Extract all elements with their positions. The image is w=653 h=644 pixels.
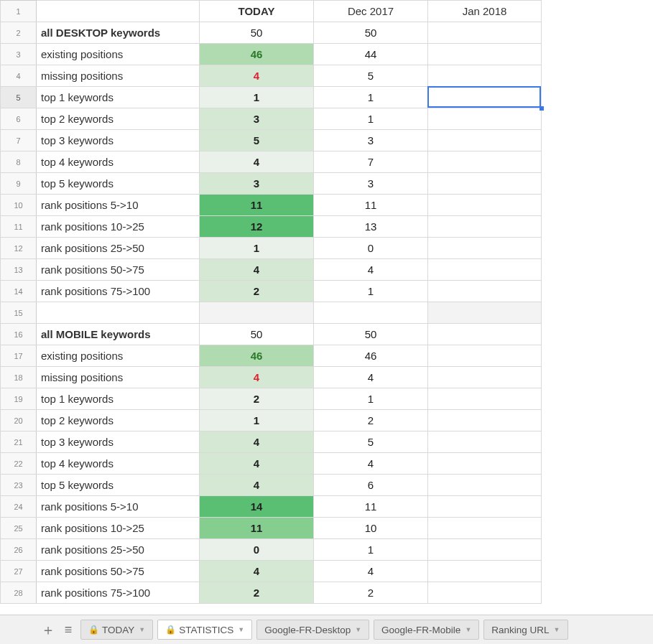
cell-today[interactable]: 1: [200, 87, 314, 108]
row-header[interactable]: 6: [1, 108, 37, 130]
row-header[interactable]: 8: [1, 151, 37, 173]
cell-today[interactable]: 4: [200, 259, 314, 281]
cell-dec2017[interactable]: 1: [314, 388, 428, 410]
cell-dec2017[interactable]: 1: [314, 108, 428, 130]
cell-jan2018[interactable]: [428, 281, 542, 302]
chevron-down-icon[interactable]: ▼: [355, 626, 361, 633]
chevron-down-icon[interactable]: ▼: [238, 626, 244, 633]
row-header[interactable]: 27: [1, 561, 37, 582]
chevron-down-icon[interactable]: ▼: [465, 626, 471, 633]
cell-jan2018[interactable]: [428, 431, 542, 453]
row-label[interactable]: top 4 keywords: [37, 151, 200, 173]
row-header[interactable]: 3: [1, 44, 37, 65]
row-header[interactable]: 18: [1, 367, 37, 388]
cell-dec2017[interactable]: 7: [314, 151, 428, 173]
cell-today[interactable]: 46: [200, 44, 314, 65]
cell-jan2018[interactable]: [428, 539, 542, 561]
row-header[interactable]: 16: [1, 324, 37, 345]
cell-jan2018[interactable]: [428, 324, 542, 345]
cell-today[interactable]: 4: [200, 453, 314, 475]
cell-dec2017[interactable]: 1: [314, 281, 428, 302]
row-header[interactable]: 9: [1, 173, 37, 195]
cell-jan2018[interactable]: [428, 87, 542, 108]
row-header[interactable]: 1: [1, 1, 37, 22]
row-header[interactable]: 10: [1, 195, 37, 216]
row-label[interactable]: rank positions 10->25: [37, 216, 200, 238]
col-today-header[interactable]: TODAY: [200, 1, 314, 22]
cell-jan2018[interactable]: [428, 44, 542, 65]
row-header[interactable]: 22: [1, 453, 37, 475]
cell-dec2017[interactable]: 4: [314, 367, 428, 388]
row-header[interactable]: 7: [1, 130, 37, 151]
sheet-tab[interactable]: Ranking URL▼: [483, 620, 568, 640]
cell-dec2017[interactable]: 4: [314, 453, 428, 475]
cell-dec2017[interactable]: 3: [314, 130, 428, 151]
cell-jan2018[interactable]: [428, 173, 542, 195]
cell-today[interactable]: 11: [200, 195, 314, 216]
cell-dec2017[interactable]: 4: [314, 561, 428, 582]
cell-dec2017[interactable]: 11: [314, 195, 428, 216]
cell-jan2018[interactable]: [428, 453, 542, 475]
row-header[interactable]: 19: [1, 388, 37, 410]
cell-jan2018[interactable]: [428, 22, 542, 44]
cell-today[interactable]: 4: [200, 151, 314, 173]
cell-dec2017[interactable]: 1: [314, 87, 428, 108]
cell-dec2017[interactable]: 2: [314, 582, 428, 604]
cell-jan2018[interactable]: [428, 367, 542, 388]
row-header[interactable]: 17: [1, 345, 37, 367]
all-sheets-button[interactable]: ≡: [60, 622, 76, 638]
cell-today[interactable]: 14: [200, 496, 314, 518]
cell-dec2017[interactable]: 3: [314, 173, 428, 195]
cell-today[interactable]: 2: [200, 281, 314, 302]
row-header[interactable]: 25: [1, 518, 37, 539]
cell-today[interactable]: 4: [200, 475, 314, 496]
chevron-down-icon[interactable]: ▼: [139, 626, 145, 633]
cell-jan2018[interactable]: [428, 238, 542, 259]
row-label[interactable]: rank positions 25->50: [37, 238, 200, 259]
row-header[interactable]: 11: [1, 216, 37, 238]
row-label[interactable]: rank positions 50->75: [37, 561, 200, 582]
cell-today[interactable]: 46: [200, 345, 314, 367]
cell-jan2018[interactable]: [428, 65, 542, 87]
cell[interactable]: [314, 302, 428, 324]
cell-today[interactable]: 50: [200, 22, 314, 44]
cell-jan2018[interactable]: [428, 216, 542, 238]
row-label[interactable]: all MOBILE keywords: [37, 324, 200, 345]
row-header[interactable]: 20: [1, 410, 37, 431]
cell-jan2018[interactable]: [428, 582, 542, 604]
row-label[interactable]: top 2 keywords: [37, 108, 200, 130]
row-label[interactable]: rank positions 75->100: [37, 582, 200, 604]
col-jan2018-header[interactable]: Jan 2018: [428, 1, 542, 22]
row-label[interactable]: top 5 keywords: [37, 173, 200, 195]
sheet-tab[interactable]: Google-FR-Mobile▼: [374, 620, 479, 640]
cell-today[interactable]: 4: [200, 561, 314, 582]
cell-dec2017[interactable]: 11: [314, 496, 428, 518]
row-label[interactable]: rank positions 10->25: [37, 518, 200, 539]
cell-today[interactable]: 12: [200, 216, 314, 238]
cell-dec2017[interactable]: 0: [314, 238, 428, 259]
cell-today[interactable]: 1: [200, 238, 314, 259]
row-label[interactable]: existing positions: [37, 44, 200, 65]
cell-jan2018[interactable]: [428, 496, 542, 518]
cell-today[interactable]: 5: [200, 130, 314, 151]
cell-today[interactable]: 11: [200, 518, 314, 539]
cell-dec2017[interactable]: 5: [314, 65, 428, 87]
cell-jan2018[interactable]: [428, 195, 542, 216]
row-label[interactable]: all DESKTOP keywords: [37, 22, 200, 44]
row-label[interactable]: top 1 keywords: [37, 87, 200, 108]
cell-dec2017[interactable]: 13: [314, 216, 428, 238]
cell-jan2018[interactable]: [428, 475, 542, 496]
row-label[interactable]: top 3 keywords: [37, 130, 200, 151]
cell-today[interactable]: 0: [200, 539, 314, 561]
cell-dec2017[interactable]: 6: [314, 475, 428, 496]
cell-jan2018[interactable]: [428, 561, 542, 582]
cell-jan2018[interactable]: [428, 130, 542, 151]
cell-jan2018[interactable]: [428, 410, 542, 431]
row-header[interactable]: 2: [1, 22, 37, 44]
cell-dec2017[interactable]: 5: [314, 431, 428, 453]
row-label[interactable]: top 5 keywords: [37, 475, 200, 496]
sheet-tab[interactable]: 🔒TODAY▼: [80, 620, 153, 640]
row-label[interactable]: missing positions: [37, 367, 200, 388]
add-sheet-button[interactable]: ＋: [40, 625, 56, 635]
cell-dec2017[interactable]: 46: [314, 345, 428, 367]
